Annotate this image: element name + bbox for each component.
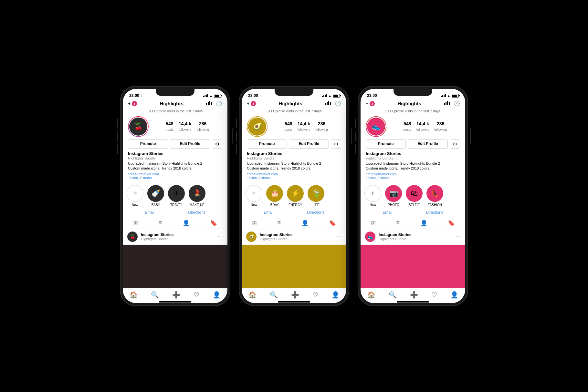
- stat-item-posts: 548posts: [166, 121, 173, 132]
- phone-dark: 23:00 ↑▲+3Highlights 🕐3111 profile visit…: [120, 86, 230, 306]
- search-nav[interactable]: 🔍: [270, 291, 278, 299]
- nav-header: +3Highlights 🕐: [242, 99, 346, 108]
- bio-location: Tallinn, Estonia: [247, 176, 341, 180]
- contact-directions-button[interactable]: Directions: [307, 210, 324, 215]
- profile-nav[interactable]: 👤: [213, 291, 221, 299]
- likes-nav[interactable]: ♡: [431, 291, 437, 299]
- profile-nav[interactable]: 👤: [331, 291, 340, 299]
- nav-title: Highlights: [256, 101, 325, 106]
- saved-tab[interactable]: 🔖: [207, 219, 220, 227]
- action-buttons: PromoteEdit Profile⚙: [242, 139, 346, 151]
- list-tab[interactable]: ≡: [394, 219, 402, 227]
- grid-tab[interactable]: ⊞: [131, 219, 141, 227]
- home-nav[interactable]: 🏠: [248, 291, 257, 299]
- history-icon[interactable]: 🕐: [216, 100, 222, 107]
- grid-tab[interactable]: ⊞: [249, 219, 259, 227]
- bio-link[interactable]: creativemarket.com: [247, 172, 341, 176]
- bar-chart-icon[interactable]: [444, 101, 450, 107]
- highlights-row: +New🍼BABY✈TRAVEL💄MAKE-UP: [123, 182, 227, 208]
- stats-row: 548posts14,4 kfollowers286following: [152, 121, 222, 132]
- avatar[interactable]: 👟: [366, 116, 386, 137]
- history-icon[interactable]: 🕐: [335, 100, 341, 107]
- bio-link[interactable]: creativemarket.com: [128, 172, 222, 176]
- nav-header: +3Highlights 🕐: [123, 99, 227, 108]
- contact-directions-button[interactable]: Directions: [188, 210, 205, 215]
- tagged-tab[interactable]: 👤: [418, 219, 430, 227]
- highlight-new[interactable]: +New: [127, 185, 143, 207]
- tagged-tab[interactable]: 👤: [180, 219, 192, 227]
- settings-button[interactable]: ⚙: [212, 139, 222, 149]
- stat-label: posts: [285, 128, 292, 131]
- bottom-nav: 🏠🔍➕♡👤: [242, 288, 346, 300]
- contact-email-button[interactable]: Email: [383, 210, 392, 215]
- edit-profile-button[interactable]: Edit Profile: [408, 139, 448, 149]
- highlight-selfie[interactable]: 🛍SELFIE: [406, 185, 423, 207]
- highlight-circle: 👠: [426, 185, 443, 202]
- likes-nav[interactable]: ♡: [194, 291, 199, 299]
- signal-bars-icon: [441, 94, 446, 97]
- highlight-baby[interactable]: 🍼BABY: [147, 185, 164, 207]
- profile-section: 🍒548posts14,4 kfollowers286following: [123, 115, 227, 139]
- settings-button[interactable]: ⚙: [331, 139, 341, 149]
- nav-add-button[interactable]: +3: [366, 101, 375, 106]
- highlight-photo[interactable]: 📷PHOTO: [385, 185, 402, 207]
- home-nav[interactable]: 🏠: [367, 291, 375, 299]
- promote-button[interactable]: Promote: [247, 139, 287, 149]
- avatar[interactable]: 🥑: [247, 116, 268, 137]
- promote-button[interactable]: Promote: [366, 139, 406, 149]
- edit-profile-button[interactable]: Edit Profile: [170, 139, 210, 149]
- highlights-row: +New🎂BDAY⚡ENERGY🍃LIFE: [242, 182, 346, 208]
- highlight-new[interactable]: +New: [246, 185, 262, 207]
- bio-link[interactable]: creativemarket.com: [366, 172, 460, 176]
- profile-nav[interactable]: 👤: [450, 291, 458, 299]
- contact-row: EmailDirections: [123, 208, 227, 217]
- highlight-circle: ✈: [168, 185, 185, 202]
- stats-row: 548posts14,4 kfollowers286following: [390, 121, 460, 132]
- list-tab[interactable]: ≡: [275, 219, 283, 227]
- grid-tab[interactable]: ⊞: [368, 219, 378, 227]
- new-post-nav[interactable]: ➕: [291, 291, 299, 299]
- new-post-nav[interactable]: ➕: [172, 291, 180, 299]
- search-nav[interactable]: 🔍: [389, 291, 397, 299]
- highlight-new[interactable]: +New: [364, 185, 381, 207]
- avatar[interactable]: 🍒: [128, 116, 149, 137]
- feed-more-button[interactable]: ···: [456, 234, 461, 240]
- feed-more-button[interactable]: ···: [218, 234, 223, 240]
- action-buttons: PromoteEdit Profile⚙: [123, 139, 227, 151]
- saved-tab[interactable]: 🔖: [445, 219, 457, 227]
- contact-directions-button[interactable]: Directions: [426, 210, 443, 215]
- saved-tab[interactable]: 🔖: [326, 219, 339, 227]
- nav-add-button[interactable]: +3: [247, 101, 256, 106]
- tagged-tab[interactable]: 👤: [299, 219, 311, 227]
- bio-location: Tallinn, Estonia: [366, 176, 460, 180]
- highlight-fashion[interactable]: 👠FASHION: [426, 185, 443, 207]
- svg-rect-5: [327, 102, 328, 105]
- settings-button[interactable]: ⚙: [450, 139, 460, 149]
- list-tab[interactable]: ≡: [156, 219, 164, 227]
- home-nav[interactable]: 🏠: [130, 291, 138, 299]
- bar-chart-icon[interactable]: [325, 101, 331, 107]
- promote-button[interactable]: Promote: [128, 139, 168, 149]
- status-time: 23:00 ↑: [129, 93, 142, 98]
- history-icon[interactable]: 🕐: [454, 100, 460, 107]
- edit-profile-button[interactable]: Edit Profile: [289, 139, 329, 149]
- highlight-energy[interactable]: ⚡ENERGY: [287, 185, 304, 207]
- highlight-life[interactable]: 🍃LIFE: [308, 185, 324, 207]
- new-post-nav[interactable]: ➕: [410, 291, 418, 299]
- contact-email-button[interactable]: Email: [145, 210, 154, 215]
- nav-add-button[interactable]: +3: [128, 101, 137, 106]
- highlight-travel[interactable]: ✈TRAVEL: [168, 185, 185, 207]
- stat-item-following: 286following: [196, 121, 209, 132]
- nav-right-icons: 🕐: [206, 100, 222, 107]
- tab-bar: ⊞≡👤🔖: [361, 217, 465, 229]
- highlight-bday[interactable]: 🎂BDAY: [266, 185, 283, 207]
- likes-nav[interactable]: ♡: [312, 291, 318, 299]
- bar-chart-icon[interactable]: [206, 101, 212, 107]
- feed-more-button[interactable]: ···: [337, 234, 342, 240]
- plus-icon: +: [366, 101, 368, 106]
- search-nav[interactable]: 🔍: [151, 291, 159, 299]
- contact-email-button[interactable]: Email: [264, 210, 273, 215]
- highlights-row: +New📷PHOTO🛍SELFIE👠FASHION: [361, 182, 465, 208]
- highlight-make-up[interactable]: 💄MAKE-UP: [189, 185, 205, 207]
- stat-number: 286: [315, 121, 328, 126]
